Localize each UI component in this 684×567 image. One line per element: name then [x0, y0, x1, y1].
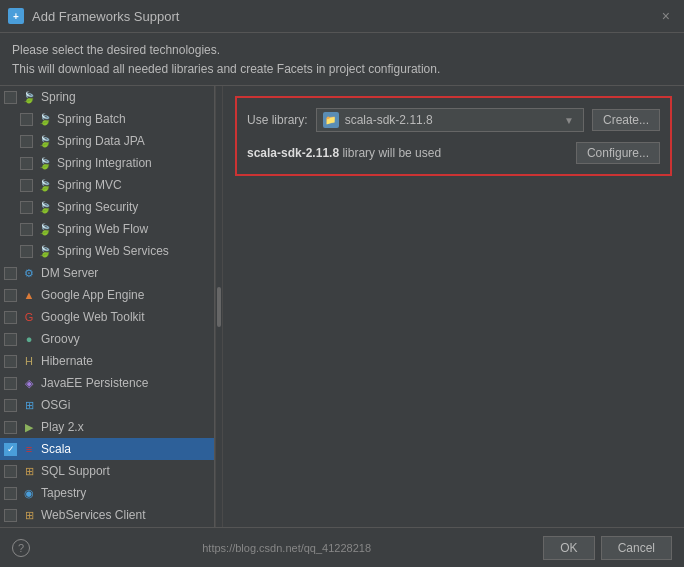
checkbox-sql-support[interactable] — [4, 465, 17, 478]
list-item-spring-security[interactable]: 🍃Spring Security — [0, 196, 214, 218]
list-item-spring-batch[interactable]: 🍃Spring Batch — [0, 108, 214, 130]
item-label-scala: Scala — [41, 442, 71, 456]
close-icon[interactable]: × — [656, 6, 676, 26]
list-item-google-app-engine[interactable]: ▲Google App Engine — [0, 284, 214, 306]
bottom-buttons: OK Cancel — [543, 536, 672, 560]
create-button[interactable]: Create... — [592, 109, 660, 131]
item-label-spring-integration: Spring Integration — [57, 156, 152, 170]
checkbox-spring-security[interactable] — [20, 201, 33, 214]
checkbox-google-web-toolkit[interactable] — [4, 311, 17, 324]
ok-button[interactable]: OK — [543, 536, 594, 560]
item-label-spring-web-flow: Spring Web Flow — [57, 222, 148, 236]
checkbox-dm-server[interactable] — [4, 267, 17, 280]
library-dropdown-text: scala-sdk-2.11.8 — [345, 113, 555, 127]
configure-button[interactable]: Configure... — [576, 142, 660, 164]
use-library-label: Use library: — [247, 113, 308, 127]
list-item-javaee-persistence[interactable]: ◈JavaEE Persistence — [0, 372, 214, 394]
list-item-groovy[interactable]: ●Groovy — [0, 328, 214, 350]
scrollbar[interactable] — [215, 86, 223, 527]
gae-icon: ▲ — [21, 287, 37, 303]
checkbox-google-app-engine[interactable] — [4, 289, 17, 302]
list-item-webservices-client[interactable]: ⊞WebServices Client — [0, 504, 214, 526]
spring-icon: 🍃 — [37, 199, 53, 215]
item-label-spring-batch: Spring Batch — [57, 112, 126, 126]
spring-icon: 🍃 — [37, 111, 53, 127]
description: Please select the desired technologies. … — [0, 33, 684, 85]
list-item-google-web-toolkit[interactable]: GGoogle Web Toolkit — [0, 306, 214, 328]
library-info-text: scala-sdk-2.11.8 library will be used — [247, 146, 441, 160]
item-label-webservices-client: WebServices Client — [41, 508, 145, 522]
list-item-spring-data-jpa[interactable]: 🍃Spring Data JPA — [0, 130, 214, 152]
sql-icon: ⊞ — [21, 463, 37, 479]
library-dropdown-icon: 📁 — [323, 112, 339, 128]
list-item-spring-integration[interactable]: 🍃Spring Integration — [0, 152, 214, 174]
list-item-play2[interactable]: ▶Play 2.x — [0, 416, 214, 438]
checkbox-spring-batch[interactable] — [20, 113, 33, 126]
play-icon: ▶ — [21, 419, 37, 435]
scala-icon: ≡ — [21, 441, 37, 457]
spring-icon: 🍃 — [37, 155, 53, 171]
item-label-javaee-persistence: JavaEE Persistence — [41, 376, 148, 390]
checkbox-webservices-client[interactable] — [4, 509, 17, 522]
bottom-bar: ? https://blog.csdn.net/qq_41228218 OK C… — [0, 527, 684, 567]
checkbox-spring[interactable] — [4, 91, 17, 104]
list-item-spring-mvc[interactable]: 🍃Spring MVC — [0, 174, 214, 196]
checkbox-hibernate[interactable] — [4, 355, 17, 368]
checkbox-osgi[interactable] — [4, 399, 17, 412]
item-label-play2: Play 2.x — [41, 420, 84, 434]
checkbox-groovy[interactable] — [4, 333, 17, 346]
item-label-dm-server: DM Server — [41, 266, 98, 280]
item-label-google-app-engine: Google App Engine — [41, 288, 144, 302]
dm-icon: ⚙ — [21, 265, 37, 281]
groovy-icon: ● — [21, 331, 37, 347]
item-label-hibernate: Hibernate — [41, 354, 93, 368]
checkbox-spring-web-services[interactable] — [20, 245, 33, 258]
item-label-spring: Spring — [41, 90, 76, 104]
right-panel-inner: Use library: 📁 scala-sdk-2.11.8 ▼ Create… — [235, 96, 672, 176]
osgi-icon: ⊞ — [21, 397, 37, 413]
tapestry-icon: ◉ — [21, 485, 37, 501]
description-line2: This will download all needed libraries … — [12, 60, 672, 79]
list-item-scala[interactable]: ✓≡Scala — [0, 438, 214, 460]
checkbox-javaee-persistence[interactable] — [4, 377, 17, 390]
title-text: Add Frameworks Support — [32, 9, 179, 24]
list-item-sql-support[interactable]: ⊞SQL Support — [0, 460, 214, 482]
list-item-spring-web-flow[interactable]: 🍃Spring Web Flow — [0, 218, 214, 240]
spring-icon: 🍃 — [37, 133, 53, 149]
watermark-text: https://blog.csdn.net/qq_41228218 — [202, 542, 371, 554]
item-label-spring-mvc: Spring MVC — [57, 178, 122, 192]
item-label-osgi: OSGi — [41, 398, 70, 412]
item-label-tapestry: Tapestry — [41, 486, 86, 500]
library-dropdown[interactable]: 📁 scala-sdk-2.11.8 ▼ — [316, 108, 584, 132]
left-panel: 🍃Spring🍃Spring Batch🍃Spring Data JPA🍃Spr… — [0, 86, 215, 527]
chevron-down-icon: ▼ — [561, 115, 577, 126]
right-panel: Use library: 📁 scala-sdk-2.11.8 ▼ Create… — [223, 86, 684, 527]
checkbox-scala[interactable]: ✓ — [4, 443, 17, 456]
help-icon[interactable]: ? — [12, 539, 30, 557]
list-item-osgi[interactable]: ⊞OSGi — [0, 394, 214, 416]
spring-icon: 🍃 — [37, 243, 53, 259]
spring-icon: 🍃 — [21, 89, 37, 105]
checkbox-spring-data-jpa[interactable] — [20, 135, 33, 148]
item-label-spring-security: Spring Security — [57, 200, 138, 214]
hibernate-icon: H — [21, 353, 37, 369]
item-label-spring-data-jpa: Spring Data JPA — [57, 134, 145, 148]
gwt-icon: G — [21, 309, 37, 325]
checkbox-tapestry[interactable] — [4, 487, 17, 500]
list-item-hibernate[interactable]: HHibernate — [0, 350, 214, 372]
ws-icon: ⊞ — [21, 507, 37, 523]
checkbox-spring-mvc[interactable] — [20, 179, 33, 192]
list-item-dm-server[interactable]: ⚙DM Server — [0, 262, 214, 284]
checkbox-play2[interactable] — [4, 421, 17, 434]
cancel-button[interactable]: Cancel — [601, 536, 672, 560]
item-label-sql-support: SQL Support — [41, 464, 110, 478]
checkbox-spring-web-flow[interactable] — [20, 223, 33, 236]
list-item-tapestry[interactable]: ◉Tapestry — [0, 482, 214, 504]
checkbox-spring-integration[interactable] — [20, 157, 33, 170]
title-bar: + Add Frameworks Support × — [0, 0, 684, 33]
javaee-icon: ◈ — [21, 375, 37, 391]
description-line1: Please select the desired technologies. — [12, 41, 672, 60]
list-item-spring[interactable]: 🍃Spring — [0, 86, 214, 108]
item-label-groovy: Groovy — [41, 332, 80, 346]
list-item-spring-web-services[interactable]: 🍃Spring Web Services — [0, 240, 214, 262]
